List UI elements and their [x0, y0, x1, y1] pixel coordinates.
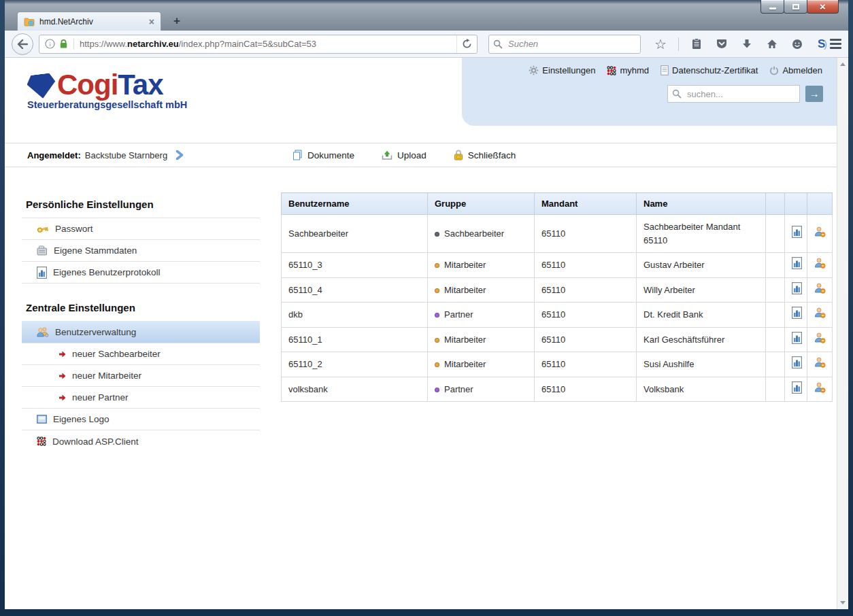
- cell-gruppe: Mitarbeiter: [428, 327, 535, 352]
- site-search-input[interactable]: [686, 88, 795, 100]
- downloads-icon[interactable]: [739, 37, 754, 52]
- sidebar-item-benutzerverwaltung[interactable]: Benutzerverwaltung: [22, 321, 260, 343]
- sidebar-item-neuer-sachbearbeiter[interactable]: neuer Sachbearbeiter: [22, 343, 260, 365]
- home-icon[interactable]: [765, 37, 780, 52]
- nav-link-upload[interactable]: Upload: [382, 150, 426, 160]
- logged-in-label: Angemeldet:: [27, 150, 81, 160]
- menu-hamburger-icon[interactable]: [830, 39, 841, 49]
- sidebar-item-label: Eigenes Logo: [53, 414, 110, 424]
- padlock-icon: [454, 150, 463, 160]
- header-link-label: Einstellungen: [542, 65, 595, 75]
- group-dot: [435, 362, 439, 367]
- sidebar-item-label: neuer Sachbearbeiter: [72, 349, 161, 359]
- user-protocol-button[interactable]: [785, 277, 807, 303]
- cell-name: Karl Geschäftsführer: [637, 327, 766, 352]
- bookmark-star-icon[interactable]: ☆: [653, 37, 668, 52]
- nav-link-dokumente[interactable]: Dokumente: [292, 150, 354, 160]
- sidebar-heading-zentrale: Zentrale Einstellungen: [22, 302, 260, 321]
- browser-search-box[interactable]: [488, 35, 641, 54]
- header-link-abmelden[interactable]: Abmelden: [769, 65, 822, 75]
- nav-link-schliessfach[interactable]: Schließfach: [454, 150, 516, 160]
- col-mandant: Mandant: [535, 193, 637, 215]
- remove-user-button[interactable]: [807, 277, 833, 303]
- user-minus-icon: [814, 332, 826, 343]
- user-minus-icon: [814, 357, 826, 368]
- user-protocol-button[interactable]: [785, 377, 807, 402]
- remove-user-button[interactable]: [807, 253, 833, 278]
- table-row: Sachbearbeiter Sachbearbeiter 65110 Sach…: [282, 215, 833, 253]
- group-dot: [435, 388, 439, 392]
- group-label: Partner: [444, 309, 473, 320]
- close-button[interactable]: ×: [807, 0, 839, 14]
- user-protocol-button[interactable]: [785, 215, 807, 253]
- browser-search-input[interactable]: [507, 38, 636, 50]
- new-tab-button[interactable]: +: [167, 14, 187, 29]
- scroll-up-icon[interactable]: [840, 63, 846, 66]
- sidebar-item-download-asp-client[interactable]: Download ASP.Client: [22, 430, 260, 452]
- user-protocol-button[interactable]: [785, 303, 807, 328]
- remove-user-button[interactable]: [807, 327, 833, 352]
- site-search-box[interactable]: [667, 85, 800, 103]
- remove-user-button[interactable]: [807, 377, 833, 402]
- remove-user-button[interactable]: [807, 215, 833, 253]
- hello-smiley-icon[interactable]: [790, 37, 805, 52]
- user-protocol-button[interactable]: [785, 352, 807, 377]
- sidebar-item-neuer-partner[interactable]: neuer Partner: [22, 387, 260, 409]
- user-minus-icon: [814, 307, 826, 318]
- pocket-icon[interactable]: [714, 37, 729, 52]
- user-protocol-button[interactable]: [785, 327, 807, 352]
- sidebar: Persönliche Einstellungen Passwort Eigen…: [22, 199, 260, 452]
- group-label: Sachbearbeiter: [444, 228, 504, 239]
- header-link-datenschutz[interactable]: Datenschutz-Zertifikat: [660, 65, 758, 75]
- col-protocol: [785, 193, 807, 215]
- url-bar[interactable]: i https://www.netarchiv.eu/index.php?mai…: [39, 35, 478, 54]
- maximize-button[interactable]: [784, 0, 807, 14]
- cell-benutzername: volksbank: [282, 377, 428, 402]
- tab-close-icon[interactable]: ×: [149, 17, 154, 27]
- cell-name: Willy Arbeiter: [637, 277, 766, 303]
- site-header: Einstellungen myhmd Datenschutz-Zertifik…: [5, 58, 837, 143]
- sidebar-item-stammdaten[interactable]: Eigene Stammdaten: [22, 240, 260, 262]
- cell-gruppe: Partner: [428, 377, 535, 402]
- browser-tab[interactable]: hmd.NetArchiv ×: [17, 12, 161, 31]
- cell-empty: [766, 215, 785, 253]
- remove-user-button[interactable]: [807, 352, 833, 377]
- scroll-down-icon[interactable]: [840, 601, 846, 604]
- svg-text:i: i: [49, 41, 51, 48]
- back-button[interactable]: [12, 33, 33, 55]
- remove-user-button[interactable]: [807, 303, 833, 328]
- table-row: volksbank Partner 65110 Volksbank: [282, 377, 833, 402]
- site-search: →: [667, 85, 823, 103]
- sidebar-item-eigenes-logo[interactable]: Eigenes Logo: [22, 409, 260, 430]
- page-scrollbar[interactable]: [837, 58, 848, 609]
- minimize-button[interactable]: [760, 0, 784, 14]
- bookmarks-clipboard-icon[interactable]: [689, 37, 704, 52]
- reload-button[interactable]: [456, 35, 477, 53]
- sidebar-item-passwort[interactable]: Passwort: [22, 218, 260, 240]
- reload-icon: [462, 39, 472, 49]
- info-icon[interactable]: i: [45, 39, 55, 49]
- tab-title: hmd.NetArchiv: [39, 17, 149, 27]
- chart-doc-icon: [792, 257, 802, 269]
- sidebar-item-neuer-mitarbeiter[interactable]: neuer Mitarbeiter: [22, 365, 260, 387]
- cell-benutzername: 65110_1: [282, 327, 428, 352]
- cell-gruppe: Mitarbeiter: [428, 277, 535, 303]
- header-link-einstellungen[interactable]: Einstellungen: [529, 65, 595, 75]
- chevron-right-icon[interactable]: [175, 150, 184, 160]
- user-table-body: Sachbearbeiter Sachbearbeiter 65110 Sach…: [282, 215, 833, 402]
- header-link-myhmd[interactable]: myhmd: [607, 65, 649, 75]
- sidebar-item-benutzerprotokoll[interactable]: Eigenes Benutzerprotokoll: [22, 262, 260, 284]
- cell-mandant: 65110: [535, 253, 637, 278]
- cell-benutzername: 65110_4: [282, 277, 428, 303]
- skype-extension-icon[interactable]: S): [815, 37, 830, 52]
- main-panel: Benutzername Gruppe Mandant Name Sachbea…: [281, 192, 833, 402]
- user-protocol-button[interactable]: [785, 253, 807, 278]
- cell-empty: [766, 303, 785, 328]
- red-arrow-icon: [59, 373, 66, 379]
- site-search-submit-button[interactable]: →: [805, 86, 823, 102]
- red-arrow-icon: [59, 394, 66, 401]
- col-benutzername: Benutzername: [282, 193, 428, 215]
- red-arrow-icon: [59, 351, 66, 358]
- url-divider: [73, 39, 74, 50]
- https-lock-icon[interactable]: [59, 39, 68, 49]
